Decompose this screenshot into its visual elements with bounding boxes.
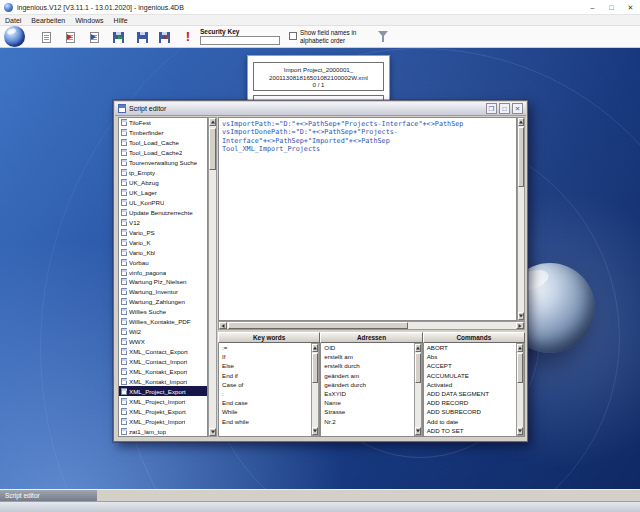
ref-column-header[interactable]: Commands bbox=[423, 332, 525, 343]
script-item[interactable]: Timberfinder bbox=[119, 128, 207, 138]
scroll-right-button[interactable] bbox=[516, 322, 524, 329]
script-item[interactable]: UK_Abzug bbox=[119, 178, 207, 188]
ref-item[interactable]: Case of bbox=[219, 380, 311, 389]
scroll-thumb[interactable] bbox=[415, 353, 421, 383]
script-editor-titlebar[interactable]: Script editor ❐ □ ✕ bbox=[115, 102, 526, 116]
filter-icon[interactable] bbox=[378, 31, 389, 43]
maximize-button[interactable]: □ bbox=[602, 0, 621, 15]
scroll-up-button[interactable] bbox=[517, 344, 523, 352]
ref-item[interactable]: EsXYID bbox=[321, 389, 413, 398]
script-item[interactable]: XML_Projekt_Export bbox=[119, 406, 207, 416]
scroll-down-button[interactable] bbox=[312, 427, 318, 435]
script-item[interactable]: Wartung_Inventur bbox=[119, 287, 207, 297]
export-button[interactable] bbox=[60, 28, 80, 46]
ref-item[interactable]: While bbox=[219, 407, 311, 416]
scroll-up-button[interactable] bbox=[415, 344, 421, 352]
ref-item[interactable]: End case bbox=[219, 398, 311, 407]
menu-datei[interactable]: Datei bbox=[0, 15, 26, 26]
ref-item[interactable]: If bbox=[219, 352, 311, 361]
scroll-thumb[interactable] bbox=[517, 353, 523, 383]
script-item[interactable]: Wartung_Zahlungen bbox=[119, 297, 207, 307]
scroll-track[interactable] bbox=[312, 352, 318, 427]
minimize-button[interactable]: – bbox=[583, 0, 602, 15]
ref-item[interactable]: geändert am bbox=[321, 371, 413, 380]
scroll-down-button[interactable] bbox=[517, 427, 523, 435]
scroll-down-button[interactable] bbox=[209, 428, 216, 436]
scroll-track[interactable] bbox=[227, 322, 516, 329]
script-item[interactable]: Wil2 bbox=[119, 327, 207, 337]
ref-item[interactable]: Strasse bbox=[321, 407, 413, 416]
ref-item[interactable]: ACCEPT bbox=[424, 361, 516, 370]
script-item[interactable]: tp_Empty bbox=[119, 168, 207, 178]
script-item[interactable]: Willies_Kontakte_PDF bbox=[119, 317, 207, 327]
scroll-track[interactable] bbox=[518, 126, 524, 312]
script-item[interactable]: V12 bbox=[119, 217, 207, 227]
script-item[interactable]: UK_Lager bbox=[119, 188, 207, 198]
script-item[interactable]: TiloFest bbox=[119, 118, 207, 128]
alphabetic-order-checkbox[interactable] bbox=[289, 32, 297, 40]
script-item[interactable]: Willies Suche bbox=[119, 307, 207, 317]
scroll-track[interactable] bbox=[517, 352, 523, 427]
ref-item[interactable]: ADD DATA SEGMENT bbox=[424, 389, 516, 398]
ref-item[interactable]: geändert durch bbox=[321, 380, 413, 389]
scroll-up-button[interactable] bbox=[518, 118, 524, 126]
abort-button[interactable]: ! bbox=[178, 28, 198, 46]
scroll-thumb[interactable] bbox=[228, 322, 408, 329]
script-item[interactable]: XML_Projekt_Import bbox=[119, 416, 207, 426]
script-item[interactable]: Vario_Kbl bbox=[119, 247, 207, 257]
ref-column-header[interactable]: Adressen bbox=[320, 332, 422, 343]
script-item[interactable]: Tool_Load_Cache bbox=[119, 138, 207, 148]
ref-item[interactable]: ACCUMULATE bbox=[424, 371, 516, 380]
ref-item[interactable]: End while bbox=[219, 417, 311, 426]
code-editor-vscrollbar[interactable] bbox=[517, 117, 525, 321]
ref-item[interactable]: ADD TO SET bbox=[424, 426, 516, 435]
import-button[interactable] bbox=[84, 28, 104, 46]
ref-item[interactable]: ADD RECORD bbox=[424, 398, 516, 407]
script-item[interactable]: Vario_PS bbox=[119, 227, 207, 237]
ref-list-scrollbar[interactable] bbox=[516, 343, 524, 436]
script-item[interactable]: UL_KonPRU bbox=[119, 198, 207, 208]
menu-windows[interactable]: Windows bbox=[70, 15, 108, 26]
menu-hilfe[interactable]: Hilfe bbox=[109, 15, 133, 26]
scroll-track[interactable] bbox=[415, 352, 421, 427]
window-maximize-button[interactable]: □ bbox=[499, 103, 510, 114]
script-item[interactable]: XML_Contact_Export bbox=[119, 347, 207, 357]
script-item[interactable]: Update Benutzerrechte bbox=[119, 207, 207, 217]
script-item[interactable]: XML_Contact_Import bbox=[119, 357, 207, 367]
delete-button[interactable]: × bbox=[154, 28, 174, 46]
ref-item[interactable]: OID bbox=[321, 343, 413, 352]
ref-item[interactable]: := bbox=[219, 343, 311, 352]
ref-item[interactable]: ADD SUBRECORD bbox=[424, 407, 516, 416]
script-item[interactable]: XML_Kontakt_Import bbox=[119, 376, 207, 386]
ref-item[interactable]: Activated bbox=[424, 380, 516, 389]
save-as-button[interactable] bbox=[108, 28, 128, 46]
ref-item[interactable]: erstellt am bbox=[321, 352, 413, 361]
script-item[interactable]: WWX bbox=[119, 337, 207, 347]
window-restore-button[interactable]: ❐ bbox=[486, 103, 497, 114]
scroll-thumb[interactable] bbox=[209, 128, 216, 170]
ref-item[interactable]: End if bbox=[219, 371, 311, 380]
script-item[interactable]: zat1_lam_top bbox=[119, 426, 207, 436]
close-button[interactable]: ✕ bbox=[621, 0, 640, 15]
script-item[interactable]: Vario_K bbox=[119, 237, 207, 247]
script-item[interactable]: Wartung Plz_Nielsen bbox=[119, 277, 207, 287]
scroll-down-button[interactable] bbox=[415, 427, 421, 435]
ref-list-scrollbar[interactable] bbox=[311, 343, 319, 436]
ref-item[interactable]: ABORT bbox=[424, 343, 516, 352]
script-item[interactable]: Vorbau bbox=[119, 257, 207, 267]
ref-column-header[interactable]: Key words bbox=[218, 332, 320, 343]
ref-item[interactable]: Nr.2 bbox=[321, 417, 413, 426]
scroll-track[interactable] bbox=[209, 126, 216, 428]
security-key-input[interactable] bbox=[200, 36, 280, 45]
new-document-button[interactable] bbox=[36, 28, 56, 46]
save-button[interactable] bbox=[132, 28, 152, 46]
ref-item[interactable]: Abs bbox=[424, 352, 516, 361]
script-list-scrollbar[interactable] bbox=[208, 117, 217, 437]
script-item[interactable]: XML_Project_Export bbox=[119, 386, 207, 396]
code-editor[interactable]: vsImportPath:="D:"+<>PathSep+"Projects-I… bbox=[218, 117, 517, 321]
ref-list-scrollbar[interactable] bbox=[414, 343, 422, 436]
scroll-up-button[interactable] bbox=[209, 118, 216, 126]
scroll-up-button[interactable] bbox=[312, 344, 318, 352]
scroll-thumb[interactable] bbox=[518, 127, 524, 187]
ref-item[interactable]: Else bbox=[219, 361, 311, 370]
